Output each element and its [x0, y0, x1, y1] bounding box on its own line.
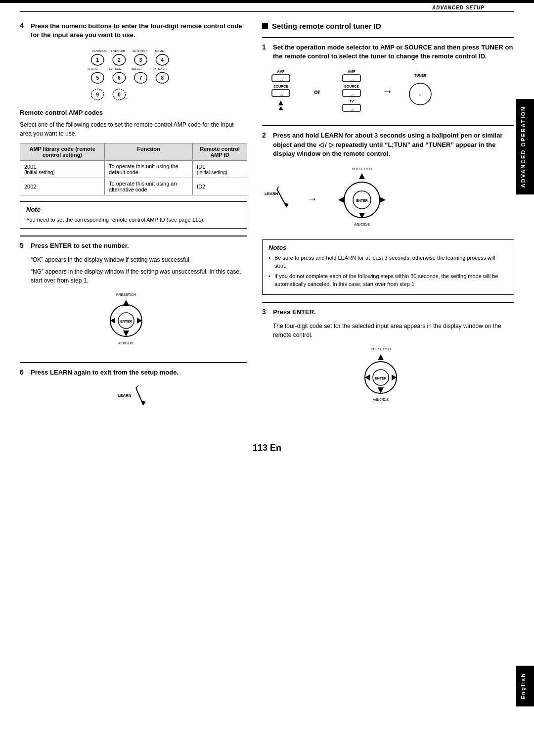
table-cell-1-1: 2001 (initial setting): [20, 161, 105, 178]
svg-text:LEARN: LEARN: [265, 191, 278, 196]
table-header-2: Function: [105, 143, 193, 161]
section-heading-tuner: Setting remote control tuner ID: [262, 22, 514, 30]
svg-text:SOURCE: SOURCE: [344, 85, 359, 88]
enter-diagram-step3: PRESET/CH ENTER A/B/C/D/E: [262, 345, 514, 412]
enter-svg-step2: PRESET/CH ENTER A/B/C/D/E: [327, 164, 397, 234]
svg-text:9: 9: [96, 92, 99, 97]
svg-text:4: 4: [161, 57, 164, 63]
main-content: 4 Press the numeric buttons to enter the…: [0, 12, 534, 428]
step5-text: Press ENTER to set the number.: [31, 241, 129, 250]
svg-text:0: 0: [118, 92, 121, 97]
svg-text:PRESET/CH: PRESET/CH: [371, 347, 391, 351]
svg-text:LEARN: LEARN: [118, 393, 132, 398]
source-diagram: AMP ◁ SOURCE ◁ or AMP ◁ SOURCE: [262, 67, 514, 116]
svg-marker-80: [365, 375, 370, 380]
learn-enter-diagram: LEARN → PRESET/CH ENTER A/B/C/D/E: [262, 164, 514, 234]
step3-text: Press ENTER.: [273, 308, 316, 317]
amp-codes-heading: Remote control AMP codes: [20, 109, 247, 116]
svg-marker-36: [123, 331, 129, 336]
step6-text: Press LEARN again to exit from the setup…: [31, 368, 178, 377]
amp-table: AMP library code (remote control setting…: [20, 143, 247, 195]
note-box: Note You need to set the corresponding r…: [20, 201, 247, 229]
svg-text:8: 8: [161, 75, 164, 81]
svg-text:ENTERTAIN: ENTERTAIN: [133, 49, 147, 52]
svg-marker-49: [278, 106, 283, 110]
svg-text:PRESET/CH: PRESET/CH: [352, 167, 372, 171]
svg-text:TV: TV: [350, 99, 354, 103]
table-cell-1-3: ID1 (initial setting): [193, 161, 247, 178]
keypad-svg: CLASSICAL LIVE/CLUB ENTERTAIN MOVIE 1 2 …: [84, 47, 183, 101]
page-number: 113 En: [253, 443, 281, 453]
black-square-icon: [262, 23, 268, 29]
bottom-area: 113 En: [0, 433, 534, 463]
step5-heading: 5 Press ENTER to set the number.: [20, 241, 247, 250]
svg-line-41: [136, 385, 138, 388]
learn-diagram: LEARN: [20, 383, 247, 410]
arrow-right-icon: →: [382, 85, 393, 98]
svg-text:AMP: AMP: [348, 70, 356, 73]
notes-box: Notes Be sure to press and hold LEARN fo…: [262, 239, 514, 295]
svg-text:5: 5: [96, 75, 99, 81]
enter-diagram-step5: PRESET/CH ENTER A/B/C/D/E: [20, 291, 247, 355]
svg-text:SUR.DEC.: SUR.DEC.: [109, 67, 122, 70]
step6-heading: 6 Press LEARN again to exit from the set…: [20, 368, 247, 377]
svg-text:A/B/C/D/E: A/B/C/D/E: [118, 341, 134, 345]
right-tabs: ADVANCED OPERATION: [516, 99, 534, 194]
table-cell-1-2: To operate this unit using the default c…: [105, 161, 193, 178]
svg-marker-67: [359, 173, 365, 179]
svg-text:SOURCE: SOURCE: [273, 85, 288, 88]
source-svg-right: AMP ◁ SOURCE ◁ TV ◁: [333, 67, 372, 116]
right-column: Setting remote control tuner ID 1 Set th…: [262, 22, 514, 418]
svg-text:A/B/C/D/E: A/B/C/D/E: [373, 398, 389, 401]
notes-list: Be sure to press and hold LEARN for at l…: [268, 254, 508, 288]
english-tab: English: [516, 666, 534, 707]
table-header-3: Remote control AMP ID: [193, 143, 247, 161]
notes-title: Notes: [268, 244, 508, 251]
step4-number: 4: [20, 22, 27, 40]
step2-number: 2: [262, 131, 269, 158]
enter-svg-step3: PRESET/CH ENTER A/B/C/D/E: [356, 345, 420, 412]
svg-marker-71: [338, 197, 344, 203]
step3-body: The four-digit code set for the selected…: [273, 322, 514, 339]
svg-text:AMP: AMP: [277, 70, 285, 73]
step5-body2: “NG” appears in the display window if th…: [31, 267, 247, 285]
divider-step2: [262, 125, 514, 126]
step5-number: 5: [20, 241, 27, 250]
svg-text:○: ○: [419, 93, 422, 97]
page: ADVANCED SETUP 4 Press the numeric butto…: [0, 0, 534, 756]
svg-marker-40: [141, 400, 146, 405]
svg-text:3: 3: [139, 57, 142, 63]
svg-text:CLASSICAL: CLASSICAL: [92, 49, 107, 52]
svg-text:EXTD.SUR.: EXTD.SUR.: [153, 67, 167, 70]
svg-marker-34: [110, 318, 115, 324]
svg-text:STERE: STERE: [89, 67, 98, 70]
keypad-diagram: CLASSICAL LIVE/CLUB ENTERTAIN MOVIE 1 2 …: [20, 47, 247, 101]
step2-arrows: ◁ / ▷: [318, 141, 335, 148]
svg-text:ENTER: ENTER: [375, 377, 387, 380]
svg-text:ENTER: ENTER: [356, 199, 368, 202]
step3-number: 3: [262, 308, 269, 317]
divider-step1: [262, 37, 514, 38]
svg-marker-82: [378, 387, 384, 393]
section-title-tuner: Setting remote control tuner ID: [272, 22, 381, 30]
svg-text:1: 1: [96, 57, 99, 63]
svg-text:6: 6: [118, 75, 121, 81]
enter-svg-step5: PRESET/CH ENTER A/B/C/D/E: [101, 291, 166, 355]
step1-heading: 1 Set the operation mode selector to AMP…: [262, 43, 514, 61]
svg-text:LIVE/CLUB: LIVE/CLUB: [111, 49, 125, 52]
step4-text: Press the numeric buttons to enter the f…: [31, 22, 247, 40]
svg-text:PRESET/CH: PRESET/CH: [116, 293, 136, 296]
arrow-right-step2: →: [307, 192, 317, 205]
left-column: 4 Press the numeric buttons to enter the…: [20, 22, 247, 418]
svg-text:7: 7: [139, 75, 142, 81]
notes-item-2: If you do not complete each of the follo…: [268, 272, 508, 288]
svg-marker-81: [392, 375, 397, 380]
divider-step3: [262, 302, 514, 303]
table-cell-2-3: ID2: [193, 178, 247, 195]
svg-marker-48: [278, 100, 283, 105]
svg-text:SELECT: SELECT: [132, 67, 142, 70]
svg-marker-76: [378, 354, 384, 360]
step3-heading: 3 Press ENTER.: [262, 308, 514, 317]
note-title: Note: [26, 206, 241, 213]
svg-text:TUNER: TUNER: [414, 74, 426, 77]
